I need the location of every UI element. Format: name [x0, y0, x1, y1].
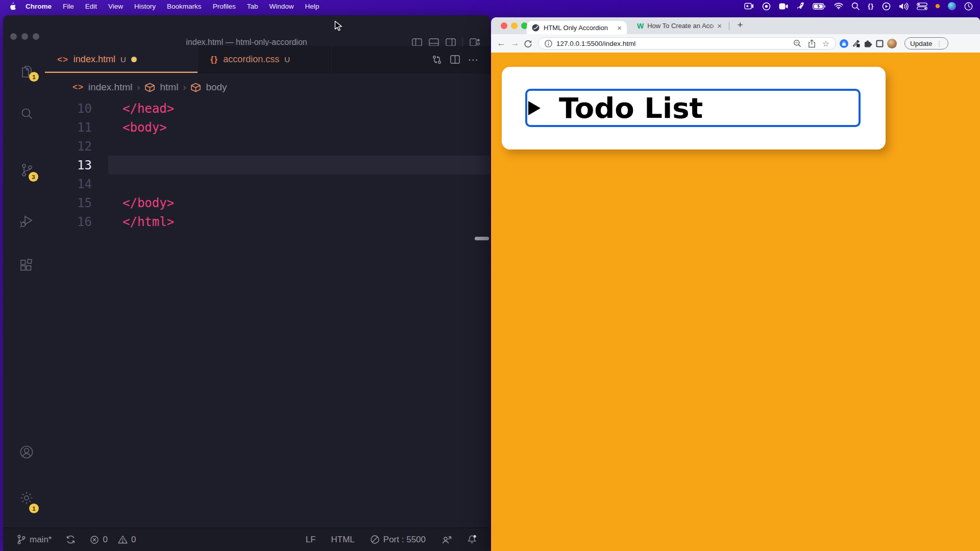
errors-icon [90, 535, 99, 544]
control-center-icon[interactable] [917, 3, 927, 10]
profile-avatar[interactable] [887, 39, 897, 48]
code-line-current: 13 [45, 156, 490, 174]
breadcrumb-html[interactable]: html [160, 82, 178, 93]
port-item[interactable]: Port : 5500 [370, 535, 426, 545]
breadcrumb-separator: › [137, 82, 140, 93]
forward-button[interactable]: → [510, 38, 520, 48]
git-branch-icon [16, 534, 26, 545]
menu-tab[interactable]: Tab [241, 3, 264, 10]
rocket-icon[interactable] [796, 2, 804, 10]
breadcrumb-body[interactable]: body [206, 82, 227, 93]
menu-view[interactable]: View [103, 3, 129, 10]
line-number: 14 [45, 177, 92, 191]
address-bar-icons: ☆ [793, 39, 829, 48]
menu-help[interactable]: Help [299, 3, 325, 10]
chrome-tab-active[interactable]: HTML Only Accordion × [527, 21, 627, 34]
update-menu-dots-icon[interactable]: ⋮ [936, 40, 943, 47]
open-changes-icon[interactable] [432, 55, 442, 65]
eol-item[interactable]: LF [306, 535, 316, 545]
toggle-sidebar-icon[interactable] [412, 38, 422, 46]
search-icon[interactable] [851, 2, 860, 10]
problems-item[interactable]: 0 0 [90, 535, 136, 545]
menu-bookmarks[interactable]: Bookmarks [161, 3, 207, 10]
url-text[interactable]: 127.0.0.1:5500/index.html [556, 40, 635, 47]
tab-group-icon[interactable] [876, 40, 884, 47]
close-tab-icon[interactable]: × [617, 23, 622, 32]
new-tab-button[interactable]: + [734, 19, 746, 31]
menu-file[interactable]: File [57, 3, 80, 10]
git-branch-item[interactable]: main* [16, 534, 52, 545]
record-icon[interactable] [762, 2, 771, 11]
remote-item[interactable] [441, 535, 452, 545]
line-number: 16 [45, 215, 92, 229]
menu-edit[interactable]: Edit [80, 3, 103, 10]
line-number: 15 [45, 196, 92, 210]
apple-icon[interactable] [9, 2, 16, 10]
port-icon [370, 535, 380, 544]
port-label: Port : 5500 [383, 535, 426, 545]
volume-icon[interactable] [899, 3, 909, 10]
menu-profiles[interactable]: Profiles [207, 3, 241, 10]
run-debug-icon[interactable] [19, 213, 34, 229]
breadcrumb-file[interactable]: index.html [88, 82, 133, 93]
sync-icon [66, 535, 76, 544]
settings-badge: 1 [29, 504, 39, 513]
update-button[interactable]: Update ⋮ [904, 37, 948, 49]
accordion-summary[interactable]: Todo List [525, 89, 861, 127]
zoom-icon[interactable] [793, 39, 801, 47]
more-actions-icon[interactable]: ⋯ [468, 54, 479, 66]
address-bar[interactable]: 127.0.0.1:5500/index.html ☆ [538, 37, 836, 49]
sync-item[interactable] [66, 535, 76, 544]
toggle-secondary-sidebar-icon[interactable] [446, 38, 456, 46]
screen-record-icon[interactable] [744, 3, 754, 10]
colorpicker-extension-icon[interactable] [852, 39, 860, 47]
code-line: 11<body> [45, 118, 490, 137]
notifications-item[interactable] [468, 535, 477, 544]
privacy-extension-icon[interactable] [840, 39, 848, 48]
language-item[interactable]: HTML [331, 535, 355, 545]
close-window-button[interactable] [501, 22, 507, 29]
split-editor-icon[interactable] [450, 55, 460, 64]
menu-window[interactable]: Window [263, 3, 299, 10]
scrollbar-handle[interactable] [475, 237, 489, 240]
chrome-toolbar: ← → 127.0.0.1:5500/index.html ☆ Update ⋮ [491, 34, 980, 53]
accordion-title: Todo List [559, 91, 703, 124]
site-info-icon[interactable] [545, 40, 552, 47]
braces-icon[interactable]: {} [868, 3, 874, 10]
code-text: <body> [122, 120, 167, 135]
modified-indicator: U [120, 55, 126, 64]
camera-icon[interactable] [779, 3, 788, 10]
reload-button[interactable] [524, 39, 532, 48]
remote-user-icon [441, 535, 452, 545]
code-line: 12 [45, 137, 490, 156]
back-button[interactable]: ← [496, 38, 506, 48]
tab-index-html[interactable]: <> index.html U [45, 46, 198, 73]
chrome-traffic-lights [501, 22, 528, 29]
wifi-icon[interactable] [834, 3, 843, 10]
siri-icon[interactable] [948, 2, 956, 10]
clock-icon[interactable] [964, 2, 973, 11]
battery-icon[interactable] [813, 3, 826, 10]
modified-indicator: U [284, 55, 290, 64]
code-line: 14 [45, 174, 490, 193]
w3schools-favicon: W [637, 22, 644, 30]
bookmark-star-icon[interactable]: ☆ [822, 39, 829, 48]
chrome-tab-inactive[interactable]: W How To Create an Accordion × [633, 17, 726, 34]
code-editor[interactable]: 10</head> 11<body> 12 13 14 15</body> 16… [45, 99, 490, 232]
search-sidebar-icon[interactable] [19, 106, 34, 121]
tab-label: index.html [74, 54, 115, 65]
unsaved-dot-icon[interactable] [131, 57, 137, 62]
share-icon[interactable] [808, 39, 816, 48]
toggle-panel-icon[interactable] [429, 38, 439, 46]
tab-accordion-css[interactable]: {} accordion.css U [198, 46, 332, 73]
extensions-puzzle-icon[interactable] [864, 39, 872, 48]
extensions-icon[interactable] [19, 258, 34, 273]
close-tab-icon[interactable]: × [717, 21, 722, 30]
menu-chrome[interactable]: Chrome [20, 3, 57, 10]
menu-history[interactable]: History [129, 3, 161, 10]
menu-bar: Chrome File Edit View History Bookmarks … [0, 0, 980, 12]
minimize-window-button[interactable] [511, 22, 518, 29]
play-circle-icon[interactable] [882, 2, 891, 11]
account-icon[interactable] [19, 444, 34, 460]
customize-layout-icon[interactable] [470, 38, 480, 46]
